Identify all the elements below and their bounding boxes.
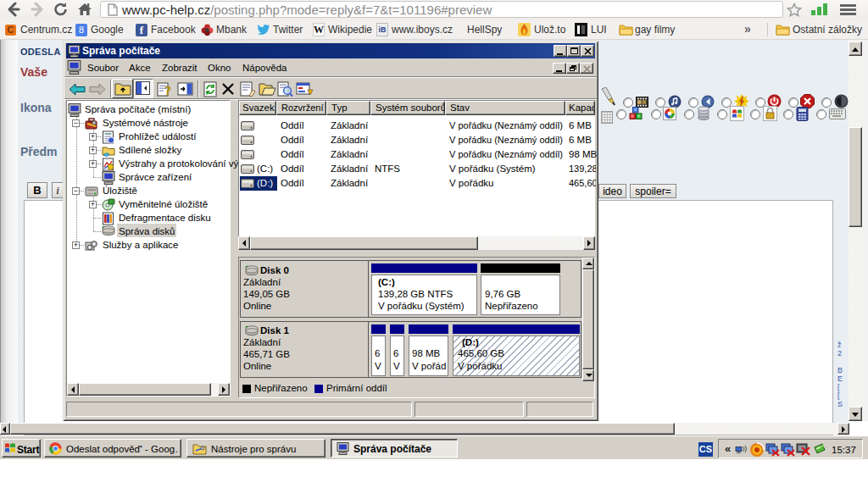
svg-text:?: ? xyxy=(165,84,172,97)
